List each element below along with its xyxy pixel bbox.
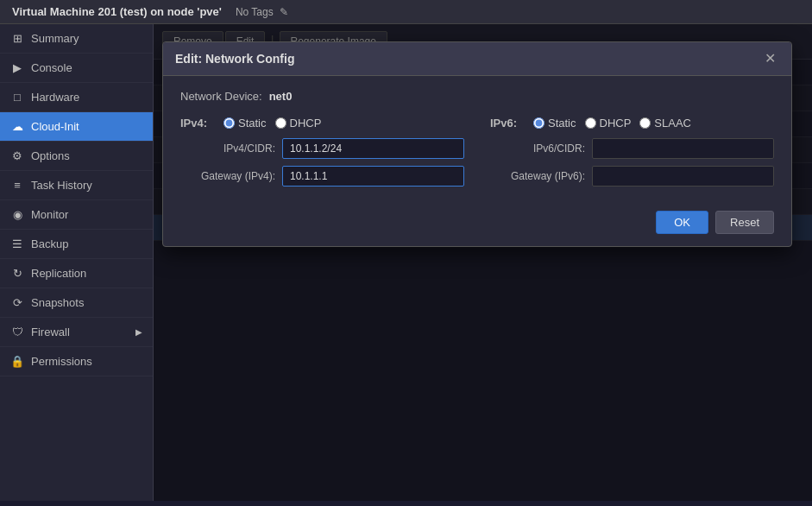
sidebar-item-label: Task History — [31, 179, 92, 192]
tag-edit-icon[interactable]: ✎ — [280, 6, 288, 18]
sidebar-item-monitor[interactable]: ◉ Monitor — [0, 200, 153, 230]
sidebar-item-label: Permissions — [31, 355, 92, 368]
ipv6-static-label: Static — [548, 117, 576, 130]
sidebar-item-task-history[interactable]: ≡ Task History — [0, 171, 153, 200]
sidebar-item-label: Monitor — [31, 208, 68, 221]
network-device-row: Network Device: net0 — [180, 90, 774, 103]
ipv6-static-option[interactable]: Static — [533, 117, 576, 130]
sidebar-item-label: Summary — [31, 32, 79, 45]
ipv4-type-row: IPv4: Static DHCP — [180, 117, 464, 130]
ipv6-slaac-label: SLAAC — [654, 117, 691, 130]
ipv6-cidr-input[interactable] — [592, 138, 774, 159]
sidebar-item-permissions[interactable]: 🔒 Permissions — [0, 347, 153, 376]
sidebar-item-label: Console — [31, 61, 72, 74]
sidebar-item-console[interactable]: ▶ Console — [0, 54, 153, 83]
ipv4-cidr-row: IPv4/CIDR: — [180, 138, 464, 159]
ipv4-static-option[interactable]: Static — [223, 117, 267, 130]
hardware-icon: □ — [10, 91, 24, 104]
modal-close-button[interactable]: ✕ — [760, 49, 779, 68]
main-layout: ⊞ Summary ▶ Console □ Hardware ☁ Cloud-I… — [0, 24, 812, 501]
gateway-ipv4-row: Gateway (IPv4): — [180, 166, 464, 187]
cloud-init-icon: ☁ — [10, 120, 24, 133]
ipv6-section: IPv6: Static DHCP — [490, 117, 774, 193]
modal-footer: OK Reset — [163, 202, 791, 246]
options-icon: ⚙ — [10, 149, 24, 162]
gateway-ipv6-label: Gateway (IPv6): — [490, 170, 585, 182]
sidebar-item-cloud-init[interactable]: ☁ Cloud-Init — [0, 112, 153, 142]
monitor-icon: ◉ — [10, 208, 24, 221]
gateway-ipv4-label: Gateway (IPv4): — [180, 170, 275, 182]
content-area: Remove Edit | Regenerate Image 👤User roo… — [154, 24, 812, 501]
sidebar-item-replication[interactable]: ↻ Replication — [0, 259, 153, 288]
modal-body: Network Device: net0 IPv4: Static — [163, 76, 791, 202]
modal-overlay: Edit: Network Config ✕ Network Device: n… — [154, 24, 812, 501]
top-bar: Virtual Machine 201 (test) on node 'pve'… — [0, 0, 812, 24]
network-config-modal: Edit: Network Config ✕ Network Device: n… — [162, 41, 792, 247]
ipv4-static-label: Static — [238, 117, 267, 130]
sidebar-item-label: Firewall — [31, 326, 70, 338]
vm-title: Virtual Machine 201 (test) on node 'pve' — [12, 5, 222, 18]
ipv6-dhcp-label: DHCP — [600, 117, 632, 130]
snapshots-icon: ⟳ — [10, 296, 24, 309]
modal-header: Edit: Network Config ✕ — [163, 42, 791, 76]
sidebar-item-hardware[interactable]: □ Hardware — [0, 83, 153, 112]
sidebar-item-snapshots[interactable]: ⟳ Snapshots — [0, 288, 153, 318]
sidebar-item-label: Backup — [31, 237, 68, 250]
ipv4-dhcp-radio[interactable] — [275, 117, 286, 129]
ipv6-cidr-row: IPv6/CIDR: — [490, 138, 774, 159]
gateway-ipv4-input[interactable] — [282, 166, 464, 187]
ipv4-dhcp-label: DHCP — [290, 117, 322, 130]
ok-button[interactable]: OK — [656, 211, 708, 234]
ipv4-static-radio[interactable] — [223, 117, 235, 129]
ipv6-slaac-option[interactable]: SLAAC — [639, 117, 691, 130]
ipv4-section: IPv4: Static DHCP — [180, 117, 464, 193]
network-device-value: net0 — [269, 90, 293, 103]
ipv6-label: IPv6: — [490, 117, 525, 130]
no-tags-text: No Tags — [236, 6, 274, 18]
sidebar-item-backup[interactable]: ☰ Backup — [0, 230, 153, 259]
ipv6-dhcp-radio[interactable] — [585, 117, 596, 129]
console-icon: ▶ — [10, 61, 24, 74]
sidebar-item-label: Snapshots — [31, 296, 84, 309]
replication-icon: ↻ — [10, 267, 24, 280]
network-device-label: Network Device: — [180, 90, 262, 103]
ipv4-cidr-label: IPv4/CIDR: — [180, 142, 275, 155]
firewall-icon: 🛡 — [10, 326, 24, 338]
ipv6-type-row: IPv6: Static DHCP — [490, 117, 774, 130]
reset-button[interactable]: Reset — [715, 211, 774, 234]
ip-grid: IPv4: Static DHCP — [180, 117, 774, 193]
ipv4-dhcp-option[interactable]: DHCP — [275, 117, 322, 130]
backup-icon: ☰ — [10, 237, 24, 250]
sidebar-item-summary[interactable]: ⊞ Summary — [0, 24, 153, 54]
permissions-icon: 🔒 — [10, 355, 24, 368]
ipv6-dhcp-option[interactable]: DHCP — [585, 117, 632, 130]
sidebar-item-label: Cloud-Init — [31, 120, 79, 133]
sidebar-item-firewall[interactable]: 🛡 Firewall ▶ — [0, 318, 153, 347]
ipv4-cidr-input[interactable] — [282, 138, 464, 159]
sidebar-item-label: Hardware — [31, 91, 79, 104]
ipv6-static-radio[interactable] — [533, 117, 544, 129]
ipv4-label: IPv4: — [180, 117, 215, 130]
sidebar: ⊞ Summary ▶ Console □ Hardware ☁ Cloud-I… — [0, 24, 154, 501]
sidebar-item-options[interactable]: ⚙ Options — [0, 142, 153, 171]
task-history-icon: ≡ — [10, 179, 24, 192]
gateway-ipv6-input[interactable] — [592, 166, 774, 187]
gateway-ipv6-row: Gateway (IPv6): — [490, 166, 774, 187]
ipv6-slaac-radio[interactable] — [639, 117, 651, 129]
modal-title: Edit: Network Config — [175, 52, 294, 66]
sidebar-item-label: Options — [31, 149, 70, 162]
no-tags-label[interactable]: No Tags ✎ — [236, 6, 288, 18]
firewall-arrow-icon: ▶ — [135, 327, 142, 337]
summary-icon: ⊞ — [10, 32, 24, 45]
sidebar-item-label: Replication — [31, 267, 86, 280]
ipv6-cidr-label: IPv6/CIDR: — [490, 142, 585, 155]
